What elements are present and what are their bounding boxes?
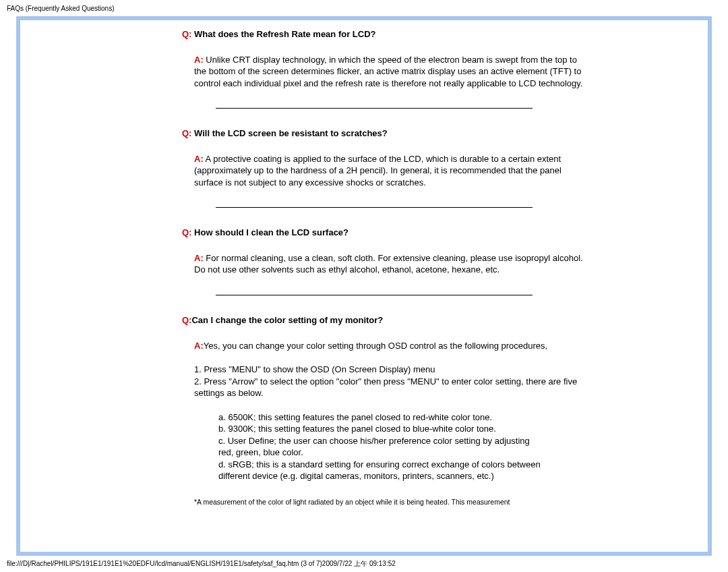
answer-block: A: A protective coating is applied to th… [194, 153, 586, 189]
q-label: Q: [182, 227, 191, 237]
step-line: 2. Press "Arrow" to select the option "c… [194, 376, 586, 399]
answer-block: A: Unlike CRT display technology, in whi… [194, 54, 586, 90]
q-text: Can I change the color setting of my mon… [191, 315, 383, 325]
step-line: 1. Press "MENU" to show the OSD (On Scre… [194, 364, 586, 376]
outer-frame: Q: What does the Refresh Rate mean for L… [16, 16, 712, 556]
a-label: A: [194, 55, 204, 65]
faq-item-clean: Q: How should I clean the LCD surface? A… [182, 227, 586, 276]
q-label: Q: [182, 315, 191, 325]
substep-line: b. 9300K; this setting features the pane… [218, 423, 542, 435]
faq-item-scratches: Q: Will the LCD screen be resistant to s… [182, 127, 586, 188]
q-text: What does the Refresh Rate mean for LCD? [191, 29, 375, 39]
page-header-note: FAQs (Frequently Asked Questions) [7, 4, 115, 13]
substep-line: c. User Define; the user can choose his/… [218, 435, 542, 459]
separator [216, 207, 533, 208]
substep-line: d. sRGB; this is a standard setting for … [218, 459, 542, 482]
separator [216, 108, 533, 109]
substep-line: a. 6500K; this setting features the pane… [218, 411, 542, 424]
faq-content: Q: What does the Refresh Rate mean for L… [182, 28, 586, 507]
a-label: A: [194, 341, 204, 351]
steps-block: 1. Press "MENU" to show the OSD (On Scre… [194, 364, 586, 399]
answer-block: A: For normal cleaning, use a clean, sof… [194, 252, 586, 276]
a-label: A: [194, 253, 204, 263]
a-text: A protective coating is applied to the s… [194, 154, 562, 188]
a-text: Yes, you can change your color setting t… [204, 341, 547, 351]
answer-block: A:Yes, you can change your color setting… [194, 340, 586, 482]
q-label: Q: [182, 128, 191, 138]
a-text: For normal cleaning, use a clean, soft c… [194, 253, 583, 275]
q-text: How should I clean the LCD surface? [191, 227, 348, 237]
faq-item-color-setting: Q:Can I change the color setting of my m… [182, 314, 586, 507]
q-label: Q: [182, 29, 191, 39]
substeps-block: a. 6500K; this setting features the pane… [218, 411, 542, 482]
footnote: *A measurement of the color of light rad… [194, 497, 586, 507]
q-text: Will the LCD screen be resistant to scra… [191, 128, 387, 138]
a-text: Unlike CRT display technology, in which … [194, 55, 582, 88]
page-root: FAQs (Frequently Asked Questions) Q: Wha… [0, 0, 728, 572]
separator [216, 295, 533, 295]
page-footer-path: file:///D|/Rachel/PHILIPS/191E1/191E1%20… [7, 559, 396, 569]
a-label: A: [194, 154, 204, 164]
inner-panel: Q: What does the Refresh Rate mean for L… [20, 20, 708, 552]
faq-item-refresh-rate: Q: What does the Refresh Rate mean for L… [182, 28, 586, 89]
